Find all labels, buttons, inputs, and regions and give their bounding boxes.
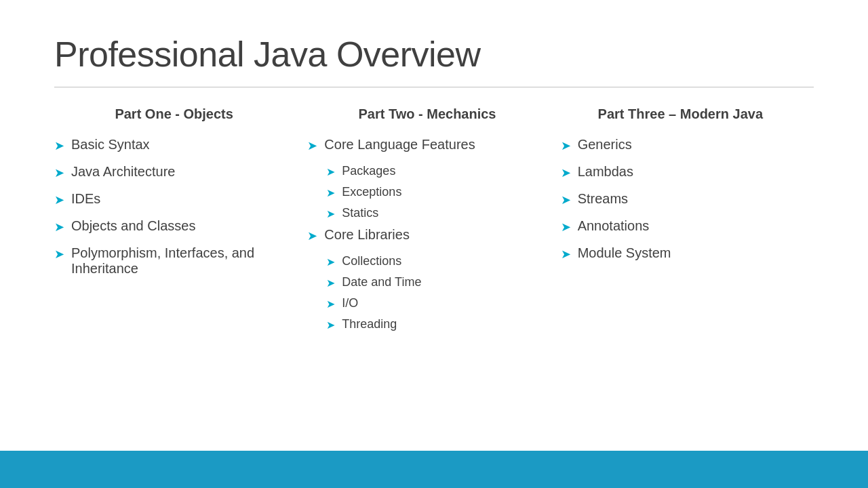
arrow-icon: ➤ <box>54 165 64 180</box>
list-item: ➤Streams <box>561 191 800 207</box>
list-item: ➤Packages <box>326 164 547 178</box>
list-item: ➤Annotations <box>561 218 800 235</box>
list-item-text: Packages <box>342 164 395 178</box>
list-item-text: Exceptions <box>342 185 401 199</box>
list-item-text: Core Libraries <box>324 227 410 243</box>
arrow-icon: ➤ <box>561 220 571 235</box>
list-item-text: Statics <box>342 206 378 220</box>
list-item: ➤Java Architecture <box>54 164 294 180</box>
column-1: Part One - Objects➤Basic Syntax➤Java Arc… <box>54 106 307 338</box>
list-item: ➤Date and Time <box>326 275 547 289</box>
list-item-text: Core Language Features <box>324 137 475 152</box>
column-header-1: Part One - Objects <box>54 106 294 122</box>
arrow-icon: ➤ <box>561 247 571 262</box>
list-item-text: Lambdas <box>578 164 633 180</box>
list-item: ➤Polymorphism, Interfaces, and Inheritan… <box>54 245 294 277</box>
arrow-icon: ➤ <box>561 138 571 153</box>
slide-container: Professional Java Overview Part One - Ob… <box>0 0 868 488</box>
arrow-icon: ➤ <box>326 207 335 220</box>
column-header-2: Part Two - Mechanics <box>307 106 547 122</box>
list-item-text: Polymorphism, Interfaces, and Inheritanc… <box>71 245 294 277</box>
list-item-text: IDEs <box>71 191 100 207</box>
list-item: ➤Generics <box>561 137 800 153</box>
arrow-icon: ➤ <box>326 277 335 289</box>
list-item-text: Generics <box>578 137 632 152</box>
list-item: ➤I/O <box>326 296 547 310</box>
divider <box>54 87 814 87</box>
list-item: ➤Statics <box>326 206 547 220</box>
arrow-icon: ➤ <box>326 256 335 268</box>
list-item: ➤Objects and Classes <box>54 218 294 235</box>
arrow-icon: ➤ <box>54 138 64 153</box>
arrow-icon: ➤ <box>326 298 335 310</box>
list-item: ➤Collections <box>326 254 547 268</box>
bottom-bar <box>0 451 868 488</box>
arrow-icon: ➤ <box>561 165 571 180</box>
list-item: ➤Threading <box>326 317 547 331</box>
list-item-text: Objects and Classes <box>71 218 195 234</box>
arrow-icon: ➤ <box>326 186 335 199</box>
column-header-3: Part Three – Modern Java <box>561 106 800 122</box>
arrow-icon: ➤ <box>54 192 64 207</box>
list-item-text: Basic Syntax <box>71 137 150 152</box>
list-item-text: Collections <box>342 254 401 268</box>
arrow-icon: ➤ <box>54 220 64 235</box>
slide-title: Professional Java Overview <box>54 34 814 75</box>
list-item: ➤Exceptions <box>326 185 547 199</box>
list-item: ➤Lambdas <box>561 164 800 180</box>
arrow-icon: ➤ <box>326 165 335 178</box>
arrow-icon: ➤ <box>54 247 64 262</box>
arrow-icon: ➤ <box>307 228 317 243</box>
list-item-text: Threading <box>342 317 397 331</box>
list-item-text: Streams <box>578 191 628 207</box>
list-item: ➤Module System <box>561 245 800 262</box>
column-2: Part Two - Mechanics➤Core Language Featu… <box>307 106 560 338</box>
arrow-icon: ➤ <box>326 319 335 331</box>
list-item-text: Date and Time <box>342 275 421 289</box>
list-item: ➤IDEs <box>54 191 294 207</box>
list-item-text: Annotations <box>578 218 650 234</box>
list-item-text: Java Architecture <box>71 164 175 180</box>
list-item: ➤Core Libraries <box>307 227 547 243</box>
arrow-icon: ➤ <box>307 138 317 153</box>
list-item: ➤Core Language Features <box>307 137 547 153</box>
slide-content: Professional Java Overview Part One - Ob… <box>0 0 868 451</box>
list-item-text: Module System <box>578 245 671 261</box>
columns-container: Part One - Objects➤Basic Syntax➤Java Arc… <box>54 106 814 338</box>
column-3: Part Three – Modern Java➤Generics➤Lambda… <box>561 106 814 338</box>
list-item-text: I/O <box>342 296 358 310</box>
arrow-icon: ➤ <box>561 192 571 207</box>
list-item: ➤Basic Syntax <box>54 137 294 153</box>
